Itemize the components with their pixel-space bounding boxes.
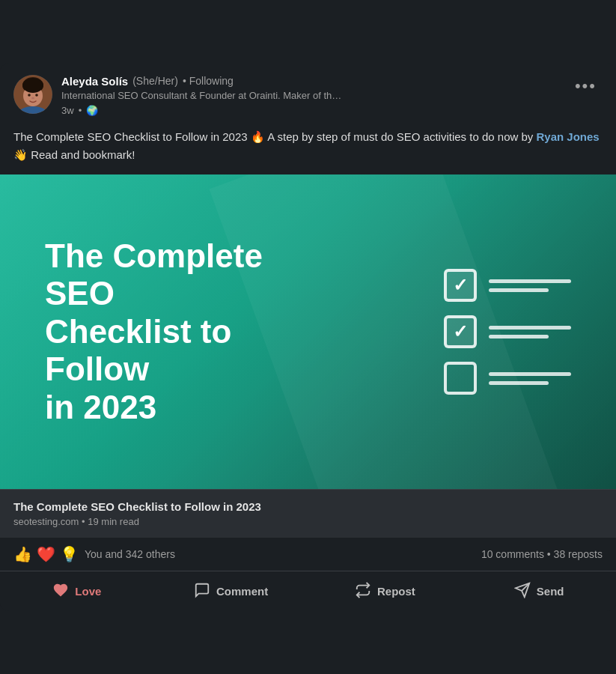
comment-label: Comment: [216, 585, 268, 598]
cb-line: [489, 381, 549, 385]
svg-point-6: [31, 97, 34, 99]
checklist-row-3: [444, 362, 571, 395]
svg-point-5: [35, 94, 38, 97]
checkbox-3: [444, 362, 477, 395]
send-button[interactable]: Send: [462, 571, 616, 611]
mention-link[interactable]: Ryan Jones: [537, 130, 600, 143]
reaction-emojis: 👍 ❤️ 💡: [13, 545, 79, 563]
globe-icon: 🌍: [86, 105, 98, 116]
checklist-row-1: ✓: [444, 269, 571, 302]
link-preview[interactable]: The Complete SEO Checklist to Follow in …: [0, 489, 616, 538]
checkbox-2: ✓: [444, 315, 477, 348]
link-domain: seotesting.com: [13, 516, 79, 527]
post-banner-image[interactable]: The Complete SEOChecklist to Followin 20…: [0, 174, 616, 489]
reactions-left: 👍 ❤️ 💡 You and 342 others: [13, 545, 175, 563]
author-following[interactable]: • Following: [183, 75, 234, 87]
emoji-insight: 💡: [60, 545, 79, 563]
post-text-part2: 👋 Read and bookmark!: [13, 148, 135, 161]
svg-point-4: [28, 94, 31, 97]
reactions-row: 👍 ❤️ 💡 You and 342 others 10 comments • …: [0, 538, 616, 571]
author-title: International SEO Consultant & Founder a…: [61, 89, 560, 103]
link-separator: •: [82, 516, 88, 527]
repost-icon: [355, 582, 371, 601]
author-name-row: Aleyda Solís (She/Her) • Following: [61, 75, 560, 88]
author-pronouns: (She/Her): [132, 75, 178, 87]
separator: •: [79, 105, 82, 116]
love-button[interactable]: Love: [0, 571, 154, 611]
author-info: Aleyda Solís (She/Her) • Following Inter…: [61, 75, 560, 116]
author-meta: 3w • 🌍: [61, 105, 560, 116]
author-name[interactable]: Aleyda Solís: [61, 75, 128, 88]
reaction-count: You and 342 others: [85, 548, 175, 560]
cb-line: [489, 279, 571, 283]
checklist-row-2: ✓: [444, 315, 571, 348]
svg-point-3: [22, 78, 43, 93]
post-header: Aleyda Solís (She/Her) • Following Inter…: [0, 63, 616, 125]
checkmark-2: ✓: [453, 323, 468, 341]
post-time: 3w: [61, 105, 74, 116]
link-read-time: 19 min read: [88, 516, 139, 527]
comment-button[interactable]: Comment: [154, 571, 308, 611]
cb-line: [489, 288, 549, 292]
emoji-like: 👍: [13, 545, 32, 563]
checkmark-1: ✓: [453, 276, 468, 294]
post-text: The Complete SEO Checklist to Follow in …: [0, 125, 616, 174]
cb-line: [489, 372, 571, 376]
checklist-icons: ✓ ✓: [444, 269, 571, 395]
checkbox-lines-3: [489, 372, 571, 385]
link-preview-title: The Complete SEO Checklist to Follow in …: [13, 500, 603, 513]
banner-title: The Complete SEOChecklist to Followin 20…: [45, 237, 329, 427]
post-text-part1: The Complete SEO Checklist to Follow in …: [13, 130, 537, 143]
cb-line: [489, 326, 571, 330]
heart-icon: [52, 582, 69, 601]
comment-repost-stats: 10 comments • 38 reposts: [481, 548, 603, 560]
comment-icon: [194, 582, 210, 601]
action-bar: Love Comment Repost: [0, 571, 616, 611]
love-label: Love: [75, 585, 101, 598]
cb-line: [489, 335, 549, 338]
avatar[interactable]: [13, 75, 52, 114]
linkedin-post: Aleyda Solís (She/Her) • Following Inter…: [0, 63, 616, 611]
emoji-love: ❤️: [37, 545, 55, 563]
checkbox-lines-1: [489, 279, 571, 292]
send-label: Send: [537, 585, 564, 598]
repost-button[interactable]: Repost: [308, 571, 463, 611]
checkbox-1: ✓: [444, 269, 477, 302]
more-options-button[interactable]: •••: [569, 75, 603, 97]
link-preview-meta: seotesting.com • 19 min read: [13, 516, 603, 527]
checkbox-lines-2: [489, 326, 571, 338]
send-icon: [514, 582, 531, 601]
repost-label: Repost: [377, 585, 415, 598]
